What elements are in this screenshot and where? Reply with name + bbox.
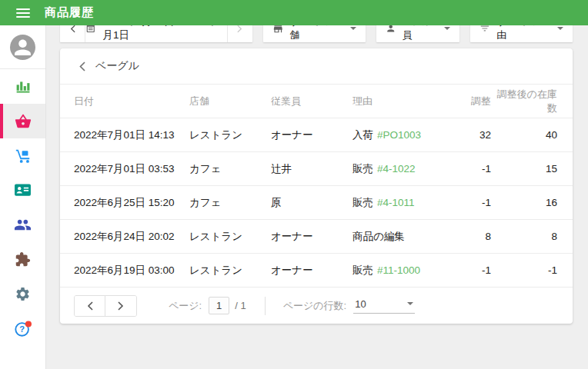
help-icon: ? bbox=[14, 320, 32, 338]
chevron-down-icon bbox=[557, 27, 563, 30]
chevron-left-icon bbox=[70, 25, 75, 33]
cell-adjustment: -1 bbox=[429, 254, 491, 288]
reason-reference-link[interactable]: #11-1000 bbox=[377, 264, 420, 276]
people-icon bbox=[14, 216, 32, 234]
next-page-button[interactable] bbox=[105, 296, 136, 316]
col-header-store: 店舗 bbox=[189, 85, 271, 118]
cell-reason: 商品の編集 bbox=[352, 220, 429, 254]
table-row: 2022年6月19日 03:00 レストラン オーナー 販売#11-1000 -… bbox=[60, 254, 573, 288]
history-table: 日付 店舗 従業員 理由 調整 調整後の在庫数 2022年7月01日 14:13… bbox=[60, 84, 573, 288]
cell-stock: 40 bbox=[491, 118, 573, 152]
sidebar: ? bbox=[0, 25, 46, 369]
cell-store: カフェ bbox=[189, 186, 271, 220]
cell-store: レストラン bbox=[189, 254, 271, 288]
page-title: 商品履歴 bbox=[45, 5, 94, 20]
table-row: 2022年6月24日 20:02 レストラン オーナー 商品の編集 8 8 bbox=[60, 220, 573, 254]
chevron-right-icon bbox=[237, 25, 242, 33]
pager-group bbox=[74, 295, 137, 317]
col-header-date: 日付 bbox=[60, 85, 189, 118]
puzzle-icon bbox=[15, 251, 31, 268]
sidebar-item-reports[interactable] bbox=[0, 69, 45, 104]
sidebar-item-apps[interactable] bbox=[0, 242, 45, 277]
col-header-employee: 従業員 bbox=[271, 85, 352, 118]
cell-adjustment: -1 bbox=[429, 152, 491, 186]
cell-employee: オーナー bbox=[271, 254, 352, 288]
table-row: 2022年7月01日 14:13 レストラン オーナー 入荷#PO1003 32… bbox=[60, 118, 573, 152]
contact-card-icon bbox=[14, 183, 32, 198]
table-header-row: 日付 店舗 従業員 理由 調整 調整後の在庫数 bbox=[60, 85, 573, 118]
back-link[interactable]: ベーグル bbox=[60, 48, 573, 84]
table-row: 2022年7月01日 03:53 カフェ 辻井 販売#4-1022 -1 15 bbox=[60, 152, 573, 186]
svg-text:?: ? bbox=[19, 324, 25, 334]
cell-employee: オーナー bbox=[271, 220, 352, 254]
bar-chart-icon bbox=[15, 78, 31, 95]
cell-stock: -1 bbox=[491, 254, 573, 288]
cell-employee: 辻井 bbox=[271, 152, 352, 186]
col-header-adjustment: 調整 bbox=[429, 85, 491, 118]
chevron-down-icon bbox=[407, 302, 413, 305]
sidebar-item-account[interactable] bbox=[0, 25, 45, 69]
pagination-bar: ページ: / 1 ページの行数: 10 bbox=[60, 288, 573, 324]
history-card: ベーグル 日付 店舗 従業員 理由 調整 調整後の在庫数 2022年7月01日 bbox=[60, 48, 573, 324]
col-header-stock: 調整後の在庫数 bbox=[491, 85, 573, 118]
sidebar-item-customers[interactable] bbox=[0, 173, 45, 208]
cell-date: 2022年7月01日 14:13 bbox=[60, 118, 189, 152]
sidebar-item-fulfillment[interactable] bbox=[0, 138, 45, 173]
col-header-reason: 理由 bbox=[352, 85, 429, 118]
chevron-left-icon bbox=[79, 62, 85, 71]
page-number-input[interactable] bbox=[209, 297, 229, 314]
cell-reason: 販売#11-1000 bbox=[352, 254, 429, 288]
cell-store: レストラン bbox=[189, 220, 271, 254]
chevron-right-icon bbox=[118, 301, 124, 311]
cell-stock: 8 bbox=[491, 220, 573, 254]
hand-truck-icon bbox=[15, 148, 32, 165]
cell-employee: オーナー bbox=[271, 118, 352, 152]
cell-reason: 販売#4-1022 bbox=[352, 152, 429, 186]
chevron-down-icon bbox=[350, 27, 356, 30]
cell-reason: 販売#4-1011 bbox=[352, 186, 429, 220]
reason-reference-link[interactable]: #PO1003 bbox=[377, 129, 421, 141]
cell-employee: 原 bbox=[271, 186, 352, 220]
sidebar-item-employees[interactable] bbox=[0, 208, 45, 242]
item-name: ベーグル bbox=[95, 59, 139, 73]
chevron-down-icon bbox=[444, 27, 450, 30]
cell-date: 2022年6月24日 20:02 bbox=[60, 220, 189, 254]
reason-reference-link[interactable]: #4-1022 bbox=[377, 163, 416, 175]
sidebar-item-help[interactable]: ? bbox=[0, 311, 45, 346]
cell-date: 2022年7月01日 03:53 bbox=[60, 152, 189, 186]
gear-icon bbox=[15, 286, 31, 302]
sidebar-item-items-history[interactable] bbox=[0, 104, 45, 138]
cell-date: 2022年6月25日 15:20 bbox=[60, 186, 189, 220]
prev-page-button[interactable] bbox=[75, 296, 105, 316]
table-row: 2022年6月25日 15:20 カフェ 原 販売#4-1011 -1 16 bbox=[60, 186, 573, 220]
cell-stock: 15 bbox=[491, 152, 573, 186]
cell-stock: 16 bbox=[491, 186, 573, 220]
basket-icon bbox=[15, 113, 32, 130]
page-label: ページ: bbox=[169, 299, 202, 313]
cell-reason: 入荷#PO1003 bbox=[352, 118, 429, 152]
main-content: 2022年6月18日 - 2022年7月1日 すべての店舗 全従業員 bbox=[46, 0, 588, 324]
chevron-left-icon bbox=[87, 301, 93, 311]
page-total: / 1 bbox=[235, 300, 246, 311]
cell-adjustment: -1 bbox=[429, 186, 491, 220]
cell-adjustment: 8 bbox=[429, 220, 491, 254]
divider bbox=[265, 297, 266, 315]
rows-per-page-value: 10 bbox=[355, 298, 366, 310]
sidebar-item-settings[interactable] bbox=[0, 277, 45, 311]
hamburger-menu-icon[interactable] bbox=[16, 8, 30, 18]
cell-date: 2022年6月19日 03:00 bbox=[60, 254, 189, 288]
cell-adjustment: 32 bbox=[429, 118, 491, 152]
reason-reference-link[interactable]: #4-1011 bbox=[377, 197, 415, 208]
notification-dot bbox=[25, 321, 31, 327]
rows-per-page-select[interactable]: 10 bbox=[353, 298, 415, 314]
cell-store: レストラン bbox=[189, 118, 271, 152]
app-bar: 商品履歴 bbox=[0, 0, 588, 25]
avatar-icon bbox=[10, 35, 35, 60]
cell-store: カフェ bbox=[189, 152, 271, 186]
rows-per-page-label: ページの行数: bbox=[283, 299, 347, 313]
